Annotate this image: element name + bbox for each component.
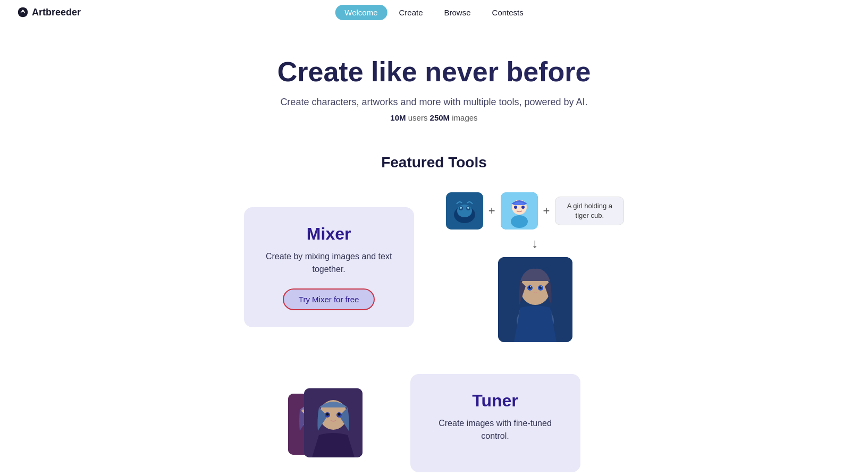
logo[interactable]: Artbreeder bbox=[17, 6, 81, 18]
featured-title: Featured Tools bbox=[32, 154, 836, 171]
mixer-input-image-1 bbox=[446, 192, 483, 230]
tuner-name: Tuner bbox=[432, 391, 559, 411]
images-label: images bbox=[450, 113, 478, 122]
svg-point-12 bbox=[521, 206, 525, 209]
mixer-preview: + + A girl holding bbox=[446, 192, 625, 342]
mixer-input-image-2 bbox=[501, 192, 538, 230]
hero-stats: 10M users 250M images bbox=[11, 113, 857, 122]
svg-point-19 bbox=[530, 286, 531, 287]
mixer-card: Mixer Create by mixing images and text t… bbox=[244, 207, 414, 327]
svg-point-20 bbox=[541, 286, 542, 287]
tuner-image-front bbox=[304, 388, 363, 457]
hero-subtitle: Create characters, artworks and more wit… bbox=[11, 97, 857, 108]
svg-point-6 bbox=[460, 207, 462, 209]
mixer-try-button[interactable]: Try Mixer for free bbox=[283, 288, 375, 310]
nav-create[interactable]: Create bbox=[389, 5, 432, 20]
tuner-row: Tuner Create images with fine-tuned cont… bbox=[32, 374, 836, 472]
logo-text: Artbreeder bbox=[32, 7, 81, 18]
tuner-description: Create images with fine-tuned control. bbox=[432, 417, 559, 443]
mixer-description: Create by mixing images and text togethe… bbox=[265, 250, 393, 276]
arrow-down-icon: ↓ bbox=[532, 236, 538, 251]
svg-point-11 bbox=[514, 206, 517, 209]
nav-browse[interactable]: Browse bbox=[435, 5, 481, 20]
plus-icon-1: + bbox=[488, 204, 495, 218]
svg-point-31 bbox=[338, 413, 340, 416]
mixer-inputs: + + A girl holding bbox=[446, 192, 625, 230]
tuner-front-svg bbox=[304, 388, 363, 457]
tuner-preview bbox=[288, 388, 378, 457]
nav-links: Welcome Create Browse Contests bbox=[335, 5, 533, 20]
svg-point-3 bbox=[457, 205, 472, 217]
mixer-name: Mixer bbox=[265, 224, 393, 244]
anime-girl-svg bbox=[501, 192, 538, 230]
mixer-text-prompt: A girl holding a tiger cub. bbox=[555, 197, 624, 225]
plus-icon-2: + bbox=[543, 204, 550, 218]
creature-svg bbox=[446, 192, 483, 230]
svg-point-0 bbox=[22, 10, 24, 12]
svg-point-18 bbox=[539, 286, 542, 288]
svg-point-17 bbox=[528, 286, 531, 288]
tuner-card: Tuner Create images with fine-tuned cont… bbox=[410, 374, 580, 472]
hero-title: Create like never before bbox=[11, 56, 857, 88]
svg-point-30 bbox=[326, 413, 328, 416]
nav-contests[interactable]: Contests bbox=[483, 5, 533, 20]
nav-welcome[interactable]: Welcome bbox=[335, 5, 387, 20]
mixer-row: Mixer Create by mixing images and text t… bbox=[32, 192, 836, 342]
images-count: 250M bbox=[430, 113, 450, 122]
users-label: users bbox=[406, 113, 430, 122]
mixer-result-svg bbox=[498, 257, 572, 342]
navbar: Artbreeder Welcome Create Browse Contest… bbox=[0, 0, 868, 24]
users-count: 10M bbox=[390, 113, 406, 122]
svg-point-10 bbox=[511, 215, 528, 228]
featured-section: Featured Tools Mixer Create by mixing im… bbox=[0, 143, 868, 476]
svg-point-7 bbox=[467, 207, 469, 209]
mixer-output-image bbox=[498, 257, 572, 342]
hero-section: Create like never before Create characte… bbox=[0, 24, 868, 143]
logo-icon bbox=[17, 6, 29, 18]
